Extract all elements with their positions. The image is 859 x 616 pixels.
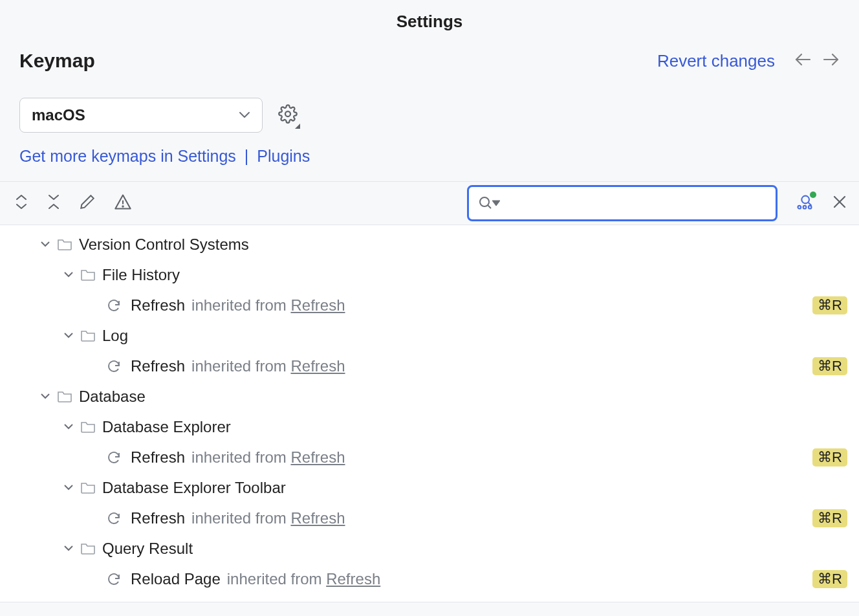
plugins-link[interactable]: Plugins: [257, 147, 310, 165]
nav-back-icon[interactable]: [794, 52, 811, 69]
search-options-triangle-icon[interactable]: [492, 199, 500, 207]
inherited-from-link[interactable]: Refresh: [290, 509, 345, 527]
chevron-down-icon: [60, 545, 78, 553]
tree-folder-vcs[interactable]: Version Control Systems: [0, 229, 859, 259]
refresh-icon: [103, 358, 124, 374]
tree-action-row[interactable]: Refresh inherited from Refresh ⌘R: [0, 442, 859, 472]
tree-folder-query-result[interactable]: Query Result: [0, 533, 859, 564]
inherited-from-link[interactable]: Refresh: [290, 448, 345, 466]
inherited-from-link[interactable]: Refresh: [326, 570, 380, 588]
shortcut-badge: ⌘R: [812, 296, 847, 314]
keymap-selected-value: macOS: [32, 106, 85, 124]
edit-shortcut-button[interactable]: [79, 193, 96, 213]
dropdown-triangle-icon: [295, 124, 300, 129]
shortcut-badge: ⌘R: [812, 570, 847, 588]
gear-icon: [278, 104, 298, 124]
search-input-container[interactable]: [467, 185, 777, 221]
find-by-shortcut-button[interactable]: [796, 193, 814, 214]
tree-action-label: Refresh: [131, 509, 185, 527]
inherited-from-link[interactable]: Refresh: [290, 296, 345, 314]
folder-icon: [54, 390, 75, 403]
expand-all-button[interactable]: [14, 193, 28, 213]
search-icon: [478, 195, 494, 211]
svg-point-7: [809, 206, 812, 209]
chevron-down-icon: [60, 484, 78, 492]
inherited-from-link[interactable]: Refresh: [290, 357, 345, 375]
chevron-down-icon: [36, 393, 54, 401]
tree-folder-label: Database: [79, 388, 146, 406]
svg-point-2: [122, 206, 123, 206]
nav-forward-icon[interactable]: [823, 52, 840, 69]
refresh-icon: [103, 298, 124, 313]
keymap-select[interactable]: macOS: [19, 98, 263, 133]
shortcut-badge: ⌘R: [812, 448, 847, 467]
shortcut-badge: ⌘R: [812, 509, 847, 527]
chevron-down-icon: [239, 111, 250, 119]
tree-folder-label: Database Explorer: [102, 418, 231, 436]
tree-folder-database-explorer-toolbar[interactable]: Database Explorer Toolbar: [0, 472, 859, 503]
refresh-icon: [103, 571, 124, 587]
svg-point-5: [798, 206, 801, 209]
chevron-down-icon: [60, 332, 78, 340]
tree-folder-log[interactable]: Log: [0, 320, 859, 351]
page-heading: Keymap: [19, 50, 95, 72]
folder-icon: [78, 269, 98, 281]
chevron-down-icon: [36, 241, 54, 248]
indicator-dot-icon: [810, 192, 816, 198]
tree-action-row[interactable]: Refresh inherited from Refresh ⌘R: [0, 351, 859, 381]
refresh-icon: [103, 511, 124, 526]
tree-action-label: Refresh: [131, 448, 185, 467]
tree-action-label: Refresh: [131, 296, 185, 314]
tree-folder-label: Log: [102, 327, 128, 345]
refresh-icon: [103, 450, 124, 465]
svg-point-6: [803, 206, 807, 209]
search-input[interactable]: [505, 195, 767, 212]
tree-folder-label: Database Explorer Toolbar: [102, 479, 286, 497]
tree-folder-label: File History: [102, 266, 180, 284]
folder-icon: [78, 421, 98, 434]
tree-folder-label: Version Control Systems: [79, 236, 249, 254]
tree-action-label: Reload Page: [131, 570, 221, 588]
keymap-tree: Version Control Systems File History Ref…: [0, 225, 859, 602]
chevron-down-icon: [60, 271, 78, 279]
svg-point-8: [801, 196, 809, 204]
revert-changes-link[interactable]: Revert changes: [657, 51, 775, 71]
folder-icon: [78, 542, 98, 555]
svg-line-4: [488, 205, 491, 208]
tree-folder-database-explorer[interactable]: Database Explorer: [0, 412, 859, 442]
folder-icon: [78, 481, 98, 494]
svg-point-3: [480, 197, 489, 206]
settings-title: Settings: [397, 12, 463, 31]
close-icon: [832, 194, 847, 210]
shortcut-badge: ⌘R: [812, 357, 847, 375]
tree-action-row[interactable]: Refresh inherited from Refresh ⌘R: [0, 290, 859, 320]
tree-action-row[interactable]: Refresh inherited from Refresh ⌘R: [0, 503, 859, 533]
collapse-all-button[interactable]: [47, 193, 61, 213]
folder-icon: [78, 329, 98, 342]
svg-point-0: [285, 111, 290, 116]
keymap-settings-gear-button[interactable]: [278, 104, 298, 126]
get-more-keymaps-link[interactable]: Get more keymaps in Settings: [19, 147, 236, 165]
tree-action-row[interactable]: Reload Page inherited from Refresh ⌘R: [0, 564, 859, 594]
folder-icon: [54, 238, 75, 251]
tree-folder-database[interactable]: Database: [0, 381, 859, 412]
tree-action-label: Refresh: [131, 357, 185, 375]
show-conflicts-button[interactable]: [114, 193, 132, 213]
chevron-down-icon: [60, 423, 78, 431]
clear-search-button[interactable]: [832, 194, 847, 212]
tree-folder-label: Query Result: [102, 540, 193, 558]
tree-folder-file-history[interactable]: File History: [0, 259, 859, 290]
